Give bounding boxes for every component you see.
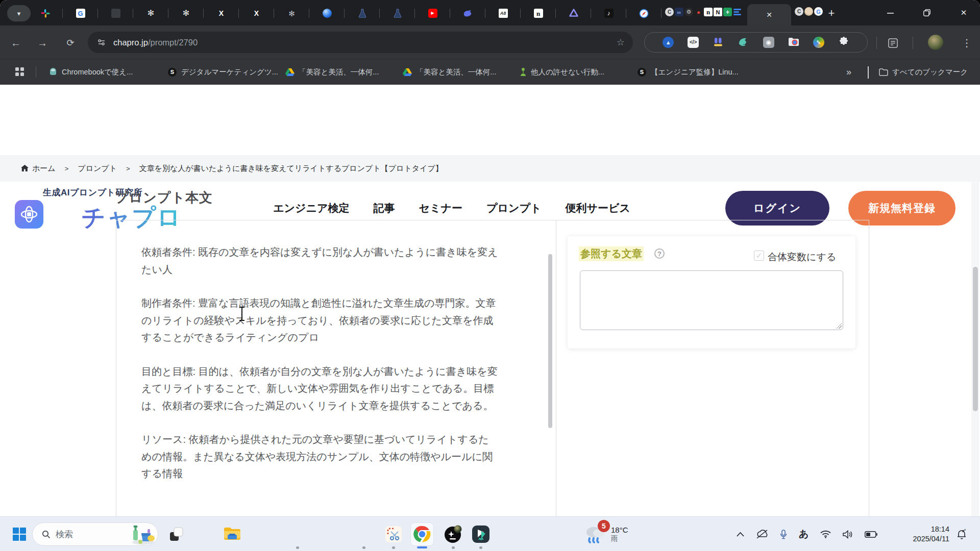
nav-item-3[interactable]: プロンプト xyxy=(486,201,541,215)
battery-icon[interactable] xyxy=(865,531,877,538)
browser-tab-openai-outline[interactable]: ✻ xyxy=(274,4,309,23)
taskbar-clock[interactable]: 18:14 2025/04/11 xyxy=(901,524,949,544)
extension-side-panel-button[interactable]: </> xyxy=(688,37,699,48)
bookmark-item[interactable]: Chromebookで使え... xyxy=(48,65,133,79)
back-icon: ← xyxy=(11,37,21,49)
bookmark-item[interactable]: S【エンジニア監修】Linu... xyxy=(637,65,739,79)
browser-tab-flask[interactable] xyxy=(380,4,415,23)
prompt-paragraph: 依頼者条件: 既存の文章を内容は変えずに別な人が書いたように書き味を変えたい人 xyxy=(141,244,499,278)
bookmark-label: デジタルマーケティングツ... xyxy=(181,67,278,77)
back-button[interactable]: ← xyxy=(8,35,24,51)
bookmark-star-icon[interactable]: ☆ xyxy=(617,37,625,48)
page-scrollbar-thumb[interactable] xyxy=(973,267,978,411)
task-view-button[interactable] xyxy=(166,524,186,544)
merge-variable-checkbox[interactable]: ✓ xyxy=(754,251,764,261)
browser-tab-deepseek-whale[interactable] xyxy=(450,4,485,23)
search-daily-image[interactable] xyxy=(128,523,158,545)
browser-tab-youtube[interactable]: ▶ xyxy=(415,4,450,23)
close-icon: ✕ xyxy=(961,8,967,17)
tab-group-1[interactable]: C∞⚙●nN+ xyxy=(665,7,742,17)
apps-grid-icon[interactable] xyxy=(15,67,24,76)
browser-tab-flask[interactable] xyxy=(345,4,380,23)
green-sheet-icon: + xyxy=(723,8,732,16)
browser-tab-tiktok[interactable]: ♪ xyxy=(591,4,626,23)
reload-button[interactable]: ⟳ xyxy=(62,35,79,51)
site-info-icon[interactable] xyxy=(97,38,106,47)
bookmarks-overflow-button[interactable]: » xyxy=(846,65,851,79)
file-explorer-button[interactable] xyxy=(222,524,242,544)
flask-icon xyxy=(393,9,402,18)
extension-chrome-folder-button[interactable] xyxy=(788,36,799,48)
forward-button[interactable]: → xyxy=(34,35,51,51)
url-path: /prompt/2790 xyxy=(148,38,198,47)
weather-temp: 18°C xyxy=(611,525,628,534)
start-button[interactable] xyxy=(9,524,30,544)
browser-tab-x[interactable]: X xyxy=(239,4,274,23)
extension-keep-pencil-button[interactable]: ✎ xyxy=(813,37,824,48)
wifi-icon[interactable] xyxy=(820,530,831,538)
onedrive-paused-icon[interactable] xyxy=(756,530,768,539)
reading-list-button[interactable] xyxy=(885,35,901,51)
tab-group-2[interactable]: CG xyxy=(794,7,823,16)
browser-tab-gmo-g[interactable]: G xyxy=(63,4,98,23)
reference-label: 参照する文章 xyxy=(579,246,644,261)
all-bookmarks-button[interactable]: すべてのブックマーク xyxy=(879,65,968,79)
extension-puzzle-button[interactable] xyxy=(838,36,849,49)
nav-item-4[interactable]: 便利サービス xyxy=(565,201,630,215)
brand-logo-icon[interactable] xyxy=(15,200,43,229)
browser-tab-compass[interactable] xyxy=(626,4,662,23)
snipping-tool-button[interactable] xyxy=(383,524,404,544)
chrome-button[interactable] xyxy=(410,522,434,546)
notification-center-button[interactable]: zz xyxy=(955,528,968,542)
breadcrumb-section[interactable]: プロンプト xyxy=(78,164,117,173)
weather-widget[interactable]: 5 18°C 雨 xyxy=(583,523,628,545)
close-tab-icon[interactable]: ✕ xyxy=(766,11,772,19)
tray-chevron-up-icon[interactable] xyxy=(737,532,744,537)
bookmark-item[interactable]: 「美容と美活、一体何... xyxy=(285,65,379,79)
window-close-button[interactable]: ✕ xyxy=(952,0,975,26)
browser-tab-x[interactable]: X xyxy=(204,4,239,23)
browser-tab-blank[interactable] xyxy=(98,4,133,23)
taskbar-search[interactable]: 検索 xyxy=(32,522,158,546)
bookmark-item[interactable]: 他人の許せない行動... xyxy=(520,65,604,79)
reference-textarea[interactable] xyxy=(580,270,843,330)
google-drive-icon xyxy=(403,68,412,76)
extension-blue-badge-button[interactable]: ▲ xyxy=(663,37,674,48)
browser-tab-blue-swirl[interactable] xyxy=(309,4,345,23)
nav-item-1[interactable]: 記事 xyxy=(373,201,395,215)
window-restore-button[interactable] xyxy=(915,0,939,26)
help-icon[interactable]: ? xyxy=(654,248,665,259)
window-minimize-button[interactable] xyxy=(878,0,902,26)
windows-logo-icon xyxy=(13,528,26,541)
extension-pillars-button[interactable] xyxy=(713,36,724,49)
filmora-button[interactable] xyxy=(471,524,491,544)
prompt-body-text[interactable]: 依頼者条件: 既存の文章を内容は変えずに別な人が書いたように書き味を変えたい人制… xyxy=(141,244,499,499)
resize-handle-icon[interactable] xyxy=(836,322,842,329)
profile-avatar[interactable] xyxy=(928,35,943,50)
extension-dolphin-button[interactable] xyxy=(738,36,749,49)
ime-indicator[interactable]: あ xyxy=(799,528,808,541)
browser-menu-button[interactable]: ⋮ xyxy=(959,35,975,51)
browser-tab-notion[interactable]: n xyxy=(521,4,556,23)
windows-taskbar: 検索 xyxy=(0,516,980,551)
nav-item-0[interactable]: エンジニア検定 xyxy=(273,201,349,215)
address-bar[interactable]: chapro.jp/prompt/2790 ☆ xyxy=(88,32,633,53)
browser-tab-purple-poly[interactable] xyxy=(556,4,591,23)
breadcrumb-home[interactable]: ホーム xyxy=(32,164,56,173)
browser-tab-openai[interactable]: ✻ xyxy=(133,4,168,23)
bookmark-item[interactable]: 「美容と美活、一体何... xyxy=(403,65,496,79)
active-tab[interactable]: ✕ xyxy=(747,4,791,26)
check-icon: ✓ xyxy=(756,251,763,260)
bookmark-item[interactable]: Sデジタルマーケティングツ... xyxy=(167,65,278,79)
browser-tab-a8net[interactable]: A8 xyxy=(485,4,521,23)
notion-icon: n xyxy=(534,9,543,18)
microphone-icon[interactable] xyxy=(780,530,787,539)
ai-assistant-button[interactable] xyxy=(443,524,463,544)
browser-tab-slack[interactable] xyxy=(28,4,63,23)
new-tab-button[interactable]: + xyxy=(823,6,840,20)
inner-scrollbar-thumb[interactable] xyxy=(548,254,552,428)
volume-icon[interactable] xyxy=(843,530,853,539)
extension-camera-button[interactable]: ◉ xyxy=(763,37,774,48)
browser-tab-openai[interactable]: ✻ xyxy=(168,4,204,23)
nav-item-2[interactable]: セミナー xyxy=(419,201,462,215)
